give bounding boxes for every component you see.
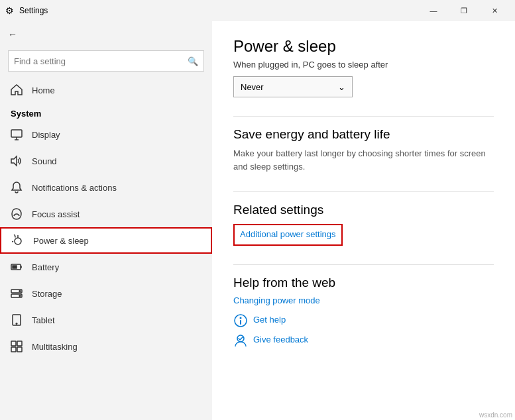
battery-icon — [11, 261, 23, 273]
get-help-row: Get help — [233, 313, 494, 328]
related-settings-box: Additional power settings — [233, 224, 343, 246]
sidebar-item-notifications[interactable]: Notifications & actions — [0, 174, 212, 201]
sidebar-item-home[interactable]: Home — [0, 77, 212, 103]
minimize-button[interactable]: — — [418, 0, 449, 21]
sidebar-item-label-focus: Focus assist — [32, 209, 80, 219]
sleep-dropdown-value: Never — [241, 82, 264, 92]
svg-rect-19 — [17, 347, 22, 352]
maximize-button[interactable]: ❐ — [449, 0, 479, 21]
sleep-label: When plugged in, PC goes to sleep after — [233, 60, 494, 70]
get-help-link[interactable]: Get help — [253, 315, 286, 325]
search-icon: 🔍 — [188, 56, 198, 66]
sidebar-item-focus-assist[interactable]: Focus assist — [0, 201, 212, 227]
main-container: ← 🔍 Home System — [0, 21, 515, 420]
sidebar-item-label-storage: Storage — [32, 289, 62, 299]
sidebar: ← 🔍 Home System — [0, 21, 212, 420]
svg-rect-16 — [11, 341, 16, 346]
back-button[interactable]: ← — [8, 29, 17, 40]
sidebar-item-storage[interactable]: Storage — [0, 280, 212, 307]
title-bar-left: ⚙ Settings — [5, 5, 48, 16]
sound-icon — [11, 155, 23, 167]
svg-rect-22 — [240, 320, 241, 325]
sidebar-item-label-sound: Sound — [32, 156, 57, 166]
sidebar-item-display[interactable]: Display — [0, 121, 212, 148]
svg-point-4 — [15, 238, 21, 244]
svg-rect-9 — [13, 266, 17, 268]
search-box[interactable]: 🔍 — [8, 50, 204, 72]
divider-1 — [233, 116, 494, 117]
storage-icon — [11, 288, 23, 299]
feedback-icon — [233, 333, 248, 348]
help-section: Help from the web Changing power mode Ge… — [233, 276, 494, 348]
multitasking-icon — [11, 341, 23, 352]
svg-marker-3 — [11, 156, 17, 166]
svg-point-15 — [16, 323, 17, 325]
sidebar-item-label-notifications: Notifications & actions — [32, 183, 117, 193]
divider-3 — [233, 264, 494, 265]
title-bar-title: Settings — [19, 6, 48, 15]
sidebar-item-label-tablet: Tablet — [32, 315, 55, 325]
power-icon — [12, 235, 24, 246]
sleep-dropdown[interactable]: Never ⌄ — [233, 76, 353, 97]
svg-rect-0 — [11, 130, 22, 137]
title-bar: ⚙ Settings — ❐ ✕ — [0, 0, 515, 21]
give-feedback-row: Give feedback — [233, 333, 494, 348]
chevron-down-icon: ⌄ — [338, 82, 345, 92]
sidebar-item-battery[interactable]: Battery — [0, 254, 212, 280]
content-area: Power & sleep When plugged in, PC goes t… — [212, 21, 515, 420]
sidebar-item-sound[interactable]: Sound — [0, 148, 212, 174]
svg-point-12 — [19, 291, 21, 292]
sidebar-item-power-sleep[interactable]: Power & sleep — [0, 227, 212, 254]
tablet-icon — [11, 314, 23, 326]
svg-point-21 — [240, 317, 242, 319]
related-settings-section: Related settings Additional power settin… — [233, 203, 494, 246]
changing-power-mode-link[interactable]: Changing power mode — [233, 295, 320, 305]
notifications-icon — [11, 182, 23, 193]
energy-heading: Save energy and battery life — [233, 127, 494, 142]
sidebar-item-multitasking[interactable]: Multitasking — [0, 333, 212, 360]
display-icon — [11, 129, 23, 140]
watermark: wsxdn.com — [479, 411, 512, 419]
get-help-icon — [233, 313, 248, 328]
sidebar-item-label-home: Home — [32, 85, 55, 95]
help-heading: Help from the web — [233, 276, 494, 290]
svg-point-13 — [19, 295, 21, 297]
home-icon — [11, 84, 23, 96]
sidebar-section-label: System — [0, 103, 212, 121]
title-bar-controls: — ❐ ✕ — [418, 0, 510, 21]
power-sleep-section: Power & sleep When plugged in, PC goes t… — [233, 37, 494, 97]
divider-2 — [233, 191, 494, 192]
energy-description: Make your battery last longer by choosin… — [233, 147, 494, 173]
sidebar-item-label-display: Display — [32, 130, 60, 140]
sidebar-item-label-multitasking: Multitasking — [32, 342, 78, 352]
sidebar-nav-row: ← — [0, 21, 212, 48]
focus-icon — [11, 208, 23, 220]
sidebar-item-label-power: Power & sleep — [33, 236, 89, 246]
svg-rect-18 — [11, 347, 16, 352]
settings-icon: ⚙ — [5, 5, 14, 16]
related-settings-heading: Related settings — [233, 203, 494, 217]
page-title: Power & sleep — [233, 37, 494, 56]
sidebar-item-label-battery: Battery — [32, 262, 59, 272]
additional-power-settings-link[interactable]: Additional power settings — [240, 229, 336, 239]
search-input[interactable] — [14, 56, 188, 66]
close-button[interactable]: ✕ — [479, 0, 510, 21]
sidebar-item-tablet[interactable]: Tablet — [0, 307, 212, 333]
energy-section: Save energy and battery life Make your b… — [233, 127, 494, 173]
give-feedback-link[interactable]: Give feedback — [253, 335, 308, 344]
svg-rect-17 — [17, 341, 22, 346]
web-link-row: Changing power mode — [233, 295, 494, 308]
